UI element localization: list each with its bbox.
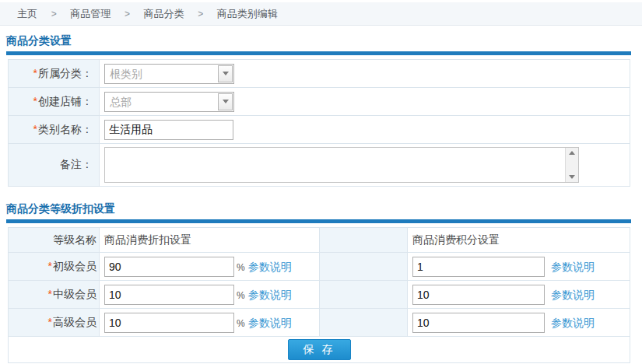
middle-discount-param-link[interactable]: 参数说明 xyxy=(248,289,292,301)
percent-sign: % xyxy=(237,262,245,273)
parent-category-label: *所属分类： xyxy=(9,60,100,88)
breadcrumb-product-management[interactable]: 商品管理 xyxy=(70,8,111,19)
breadcrumb-home[interactable]: 主页 xyxy=(17,8,37,19)
spacer-cell xyxy=(320,309,408,337)
category-name-label: *类别名称： xyxy=(9,116,100,144)
breadcrumb: 主页 > 商品管理 > 商品分类 > 商品类别编辑 xyxy=(0,2,642,26)
middle-points-input[interactable] xyxy=(412,285,545,305)
level-discount-table: 等级名称 商品消费折扣设置 商品消费积分设置 *初级会员 %参数说明 参数说明 … xyxy=(8,227,630,363)
junior-discount-input[interactable] xyxy=(104,257,234,277)
breadcrumb-category-edit[interactable]: 商品类别编辑 xyxy=(217,8,278,19)
senior-discount-param-link[interactable]: 参数说明 xyxy=(248,317,292,329)
create-store-select[interactable]: 总部 xyxy=(104,92,234,112)
breadcrumb-separator: > xyxy=(51,9,57,19)
parent-category-select[interactable]: 根类别 xyxy=(104,64,234,84)
section-title-category-settings: 商品分类设置 xyxy=(6,34,631,48)
form-row-create-store: *创建店铺： 总部 xyxy=(9,88,630,116)
chevron-down-icon[interactable] xyxy=(218,65,233,82)
category-settings-form: *所属分类： 根类别 *创建店铺： 总部 *类别名称： xyxy=(8,59,630,187)
category-name-input[interactable] xyxy=(104,120,233,140)
senior-member-label: *高级会员 xyxy=(9,309,100,337)
required-asterisk: * xyxy=(33,123,37,135)
senior-points-param-link[interactable]: 参数说明 xyxy=(551,317,595,329)
section-divider-bar xyxy=(6,51,631,55)
discount-setting-header: 商品消费折扣设置 xyxy=(100,228,320,253)
table-row-middle-member: *中级会员 %参数说明 参数说明 xyxy=(9,281,630,309)
remark-textarea[interactable] xyxy=(105,148,565,182)
chevron-down-icon[interactable] xyxy=(218,93,233,110)
category-edit-page: 主页 > 商品管理 > 商品分类 > 商品类别编辑 商品分类设置 *所属分类： … xyxy=(0,0,642,364)
textarea-scrollbar[interactable] xyxy=(565,148,578,182)
required-asterisk: * xyxy=(48,288,52,300)
table-row-junior-member: *初级会员 %参数说明 参数说明 xyxy=(9,253,630,281)
section-title-level-discount: 商品分类等级折扣设置 xyxy=(6,202,631,216)
scroll-up-icon[interactable] xyxy=(569,151,575,155)
create-store-select-value: 总部 xyxy=(110,96,132,108)
percent-sign: % xyxy=(237,290,245,301)
middle-member-label: *中级会员 xyxy=(9,281,100,309)
discount-table-header-row: 等级名称 商品消费折扣设置 商品消费积分设置 xyxy=(9,228,630,253)
spacer-cell xyxy=(320,228,408,253)
points-setting-header: 商品消费积分设置 xyxy=(408,228,630,253)
junior-points-param-link[interactable]: 参数说明 xyxy=(551,261,595,273)
scroll-down-icon[interactable] xyxy=(569,175,575,179)
footer-row: 保 存 xyxy=(9,337,630,363)
create-store-label: *创建店铺： xyxy=(9,88,100,116)
middle-points-param-link[interactable]: 参数说明 xyxy=(551,289,595,301)
required-asterisk: * xyxy=(48,316,52,328)
required-asterisk: * xyxy=(33,67,37,79)
form-row-remark: 备注： xyxy=(9,144,630,187)
parent-category-select-value: 根类别 xyxy=(110,68,142,80)
senior-discount-input[interactable] xyxy=(104,313,234,333)
junior-discount-param-link[interactable]: 参数说明 xyxy=(248,261,292,273)
breadcrumb-product-category[interactable]: 商品分类 xyxy=(144,8,184,19)
level-name-header: 等级名称 xyxy=(9,228,100,253)
section-divider-bar xyxy=(6,219,631,223)
remark-label: 备注： xyxy=(9,144,100,187)
save-button[interactable]: 保 存 xyxy=(288,339,351,360)
spacer-cell xyxy=(320,253,408,281)
required-asterisk: * xyxy=(33,95,37,107)
table-row-senior-member: *高级会员 %参数说明 参数说明 xyxy=(9,309,630,337)
breadcrumb-separator: > xyxy=(198,9,203,19)
senior-points-input[interactable] xyxy=(412,313,545,333)
spacer-cell xyxy=(320,281,408,309)
form-row-parent-category: *所属分类： 根类别 xyxy=(9,60,630,88)
junior-points-input[interactable] xyxy=(412,257,545,277)
percent-sign: % xyxy=(237,318,245,329)
form-row-category-name: *类别名称： xyxy=(9,116,630,144)
breadcrumb-separator: > xyxy=(125,9,130,19)
middle-discount-input[interactable] xyxy=(104,285,234,305)
required-asterisk: * xyxy=(48,260,52,272)
remark-textarea-wrap xyxy=(104,147,579,183)
junior-member-label: *初级会员 xyxy=(9,253,100,281)
